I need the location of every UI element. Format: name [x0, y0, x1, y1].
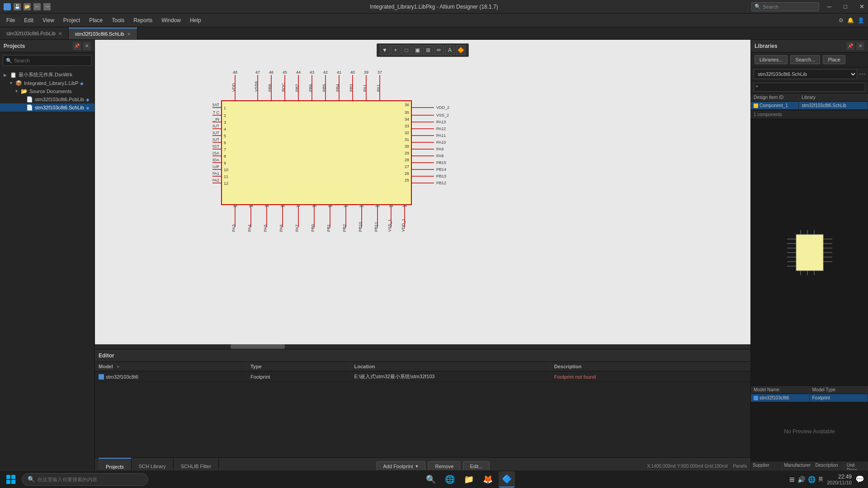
settings-icon[interactable]: ⚙	[839, 17, 844, 23]
minimize-button[interactable]: ─	[823, 2, 835, 12]
menu-view[interactable]: View	[38, 14, 59, 27]
grid-btn[interactable]: ⊞	[423, 45, 433, 55]
svg-rect-154	[796, 235, 823, 271]
pencil-btn[interactable]: ✏	[434, 45, 444, 55]
rect-btn[interactable]: □	[401, 45, 411, 55]
tab-schlib-close[interactable]: ✕	[127, 32, 131, 37]
table-row[interactable]: stm32f103c8t6 Footprint E:\嵌入式\stm32最小系统…	[95, 371, 750, 382]
undo-icon[interactable]: ↩	[33, 3, 41, 10]
highlight-btn[interactable]: 🔶	[456, 45, 466, 55]
schlib-label: stm32f103c8t6.SchLib	[35, 105, 84, 110]
tree-item-pcblib[interactable]: 📄 stm32f103c8t6.PcbLib ◆	[0, 95, 94, 103]
filter-btn[interactable]: ▼	[380, 45, 390, 55]
search-icon: 🔍	[755, 4, 761, 9]
svg-text:NRST: NRST	[212, 144, 220, 149]
svg-text:36: 36	[405, 103, 409, 107]
taskbar: 🔍 🔍 🌐 📁 🦊 🔷 ⊞ 🔊 🌐 英 22:49 2020/11/10 💬	[0, 470, 868, 488]
tab-pcblib[interactable]: stm32f103c8t6.PcbLib ✕	[0, 28, 69, 39]
model-row[interactable]: stm32f103c8t6 Footprint	[751, 394, 868, 402]
tree-item-workspace[interactable]: ▶ 📋 最小系统元件库.DsnWrk	[0, 70, 94, 79]
tab-schlib[interactable]: stm32f103c8t6.SchLib ✕	[69, 28, 137, 39]
search-btn[interactable]: Search...	[790, 55, 820, 64]
network-icon[interactable]: 🌐	[808, 476, 816, 483]
menu-window[interactable]: Window	[157, 14, 185, 27]
menu-reports[interactable]: Reports	[129, 14, 157, 27]
left-search-box[interactable]: 🔍	[3, 55, 92, 66]
tree-item-sourcedocs[interactable]: ▼ 📂 Source Documents	[0, 87, 94, 95]
svg-text:VDDA: VDDA	[212, 158, 219, 162]
comp-icon	[754, 103, 758, 108]
open-icon[interactable]: 📂	[24, 3, 31, 10]
rp-header-icons: 📌 ✕	[846, 42, 864, 50]
lib-dropdown[interactable]: stm32f103c8t6.SchLib	[754, 69, 857, 79]
component-count: 1 components	[751, 110, 868, 119]
svg-text:47: 47	[255, 70, 260, 75]
comp-col-lib: Library	[799, 94, 868, 101]
libraries-btn[interactable]: Libraries...	[755, 55, 788, 64]
filter-input[interactable]	[754, 83, 865, 92]
svg-text:VSS_1: VSS_1	[387, 219, 392, 232]
scrollbar-thumb[interactable]	[231, 344, 285, 349]
tree-item-schlib[interactable]: 📄 stm32f103c8t6.SchLib ◆	[0, 103, 94, 112]
title-bar-left: 💾 📂 ↩ ↪	[0, 3, 51, 10]
svg-text:PA10: PA10	[436, 140, 446, 145]
svg-text:39: 39	[364, 70, 368, 75]
lang-icon[interactable]: 英	[818, 476, 823, 483]
svg-text:PA5: PA5	[263, 225, 268, 232]
lib-more-icon[interactable]: ⋯	[859, 70, 865, 78]
notification-center-icon[interactable]: 💬	[855, 475, 864, 483]
taskbar-app-browser[interactable]: 🦊	[480, 471, 496, 488]
comp-td-lib: stm32f103c8t6.SchLib	[799, 102, 868, 109]
place-btn[interactable]: Place	[823, 55, 845, 64]
taskbar-app-files[interactable]: 📁	[461, 471, 477, 488]
libpkg-modified: ◆	[80, 81, 84, 86]
taskbar-search[interactable]: 🔍	[22, 473, 148, 486]
text-btn[interactable]: A	[445, 45, 455, 55]
panel-pin-btn[interactable]: 📌	[73, 42, 81, 50]
coordinate-status: X:1400.000mil Y:800.000mil Grid:100mil	[647, 464, 727, 469]
close-button[interactable]: ✕	[855, 2, 868, 12]
floating-toolbar: ▼ + □ ▣ ⊞ ✏ A 🔶	[377, 43, 469, 57]
grid-icon[interactable]: ⊞	[789, 476, 795, 483]
left-panel-title: Projects	[4, 43, 25, 49]
left-search-input[interactable]	[14, 58, 89, 63]
project-tree: ▶ 📋 最小系统元件库.DsnWrk ▼ 📦 Integrated_Librar…	[0, 69, 94, 474]
svg-text:7: 7	[224, 147, 226, 152]
global-search[interactable]: 🔍 Search	[751, 2, 819, 11]
taskbar-app-altium[interactable]: 🔷	[499, 471, 515, 488]
svg-text:PB1: PB1	[326, 224, 331, 232]
no-preview-area: No Preview Available	[751, 402, 868, 461]
taskbar-app-search[interactable]: 🔍	[423, 471, 439, 488]
schematic-view[interactable]: ▼ + □ ▣ ⊞ ✏ A 🔶 48 47 46 45 44	[95, 40, 750, 349]
svg-text:PB12: PB12	[436, 181, 446, 185]
speakers-icon[interactable]: 🔊	[797, 476, 805, 483]
menu-edit[interactable]: Edit	[19, 14, 38, 27]
rp-close-btn[interactable]: ✕	[856, 42, 864, 50]
horizontal-scrollbar[interactable]	[95, 344, 750, 349]
chip-drawing: 48 47 46 45 44 43 42 41 40 39 37 VDD VSS…	[212, 67, 565, 263]
redo-icon[interactable]: ↪	[43, 3, 51, 10]
menu-tools[interactable]: Tools	[107, 14, 129, 27]
menu-help[interactable]: Help	[185, 14, 206, 27]
tree-item-libpkg[interactable]: ▼ 📦 Integrated_Library1.LibP ◆	[0, 79, 94, 87]
add-btn[interactable]: +	[391, 45, 401, 55]
menu-file[interactable]: File	[2, 14, 19, 27]
rp-pin-btn[interactable]: 📌	[846, 42, 854, 50]
svg-text:9: 9	[224, 161, 226, 165]
notification-icon[interactable]: 🔔	[847, 17, 854, 23]
panel-close-btn[interactable]: ✕	[83, 42, 91, 50]
taskbar-app-edge[interactable]: 🌐	[442, 471, 458, 488]
menu-place[interactable]: Place	[85, 14, 107, 27]
tab-pcblib-close[interactable]: ✕	[58, 31, 62, 36]
svg-text:40: 40	[350, 70, 355, 75]
taskbar-search-input[interactable]	[38, 477, 142, 482]
save-icon[interactable]: 💾	[14, 3, 21, 10]
menu-project[interactable]: Project	[59, 14, 85, 27]
align-btn[interactable]: ▣	[412, 45, 422, 55]
comp-row[interactable]: Component_1 stm32f103c8t6.SchLib	[751, 102, 868, 110]
model-icon	[99, 374, 104, 380]
start-button[interactable]	[4, 472, 18, 487]
maximize-button[interactable]: □	[839, 2, 852, 12]
user-icon[interactable]: 👤	[858, 17, 864, 23]
sourcedocs-icon: 📂	[21, 88, 28, 94]
